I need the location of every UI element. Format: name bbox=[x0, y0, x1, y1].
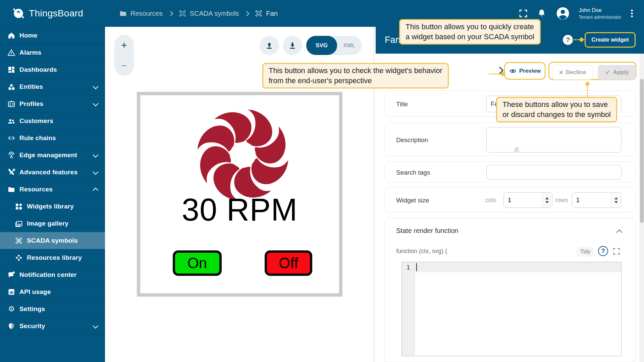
breadcrumb-resources[interactable]: Resources bbox=[119, 9, 163, 17]
user-info[interactable]: John Doe Tenant administrator bbox=[579, 7, 621, 20]
code-help-icon[interactable]: ? bbox=[598, 246, 608, 256]
sidebar-item-settings[interactable]: ⚙ Settings bbox=[0, 300, 105, 317]
sidebar-item-home[interactable]: Home bbox=[0, 27, 105, 44]
eye-icon bbox=[509, 67, 517, 75]
cols-label: cols bbox=[485, 197, 496, 204]
state-render-card: State render function function (ctx, svg… bbox=[384, 218, 635, 362]
sidebar-item-customers[interactable]: Customers bbox=[0, 112, 105, 129]
sidebar-item-notification-center[interactable]: Notification center bbox=[0, 266, 105, 283]
search-tags-card: Search tags bbox=[384, 162, 635, 182]
sidebar-item-rule-chains[interactable]: Rule chains bbox=[0, 129, 105, 146]
scada-icon bbox=[15, 237, 23, 245]
x-icon: × bbox=[559, 68, 563, 76]
zoom-out-button[interactable]: − bbox=[114, 55, 134, 76]
rows-label: rows bbox=[555, 197, 568, 204]
breadcrumb-fan[interactable]: Fan bbox=[255, 9, 277, 17]
decline-button[interactable]: × Decline bbox=[552, 65, 593, 80]
toggle-svg[interactable]: SVG bbox=[306, 36, 337, 55]
sidebar-item-profiles[interactable]: Profiles bbox=[0, 95, 105, 112]
apply-button[interactable]: ✓ Apply bbox=[598, 65, 636, 80]
breadcrumb-separator bbox=[244, 11, 250, 16]
widget-size-label: Widget size bbox=[396, 197, 429, 204]
sidebar-item-widgets-library[interactable]: Widgets library bbox=[0, 198, 105, 215]
api-chart-icon bbox=[7, 288, 15, 296]
stepper-arrows[interactable] bbox=[611, 193, 621, 207]
scrollbar-thumb[interactable] bbox=[640, 79, 644, 223]
avatar[interactable] bbox=[556, 6, 570, 20]
state-render-title: State render function bbox=[396, 227, 459, 235]
preview-highlight-ring: Preview bbox=[504, 62, 546, 80]
create-widget-button[interactable]: Create widget bbox=[585, 32, 636, 48]
brand-name: ThingsBoard bbox=[29, 8, 83, 19]
code-editor[interactable]: 1 bbox=[401, 262, 622, 356]
tooltip-create-widget: This button allows you to quickly create… bbox=[399, 19, 541, 45]
resize-grip[interactable] bbox=[515, 147, 519, 152]
text-caret bbox=[416, 263, 417, 271]
more-menu-icon[interactable] bbox=[629, 8, 635, 18]
image-icon bbox=[15, 220, 23, 228]
rpm-value: 30 RPM bbox=[140, 192, 339, 228]
sidebar: ThingsBoard Home Alarms Dashboards Entit… bbox=[0, 0, 105, 362]
breadcrumb: Resources SCADA symbols Fan bbox=[119, 0, 278, 27]
folder-icon bbox=[7, 185, 15, 193]
scada-icon bbox=[178, 9, 186, 17]
user-role: Tenant administrator bbox=[579, 14, 621, 20]
description-input[interactable] bbox=[486, 127, 622, 153]
collapse-icon[interactable] bbox=[616, 229, 622, 235]
stepper-arrows[interactable] bbox=[542, 193, 552, 207]
sidebar-item-security[interactable]: Security bbox=[0, 317, 105, 335]
sidebar-nav: Home Alarms Dashboards Entities Profiles… bbox=[0, 27, 105, 335]
sidebar-item-advanced-features[interactable]: Advanced features bbox=[0, 164, 105, 181]
upload-icon bbox=[265, 41, 274, 50]
chevron-down-icon bbox=[93, 152, 99, 158]
gear-icon: ⚙ bbox=[7, 305, 15, 313]
line-number: 1 bbox=[402, 262, 415, 272]
toggle-xml[interactable]: XML bbox=[337, 36, 362, 55]
symbol-title: Fan bbox=[385, 35, 400, 45]
sidebar-item-resources-library[interactable]: Resources library bbox=[0, 249, 105, 266]
fan-symbol bbox=[196, 108, 290, 202]
dashboards-icon bbox=[7, 66, 15, 74]
chevron-up-icon bbox=[93, 188, 99, 193]
sidebar-item-resources[interactable]: Resources bbox=[0, 181, 105, 198]
breadcrumb-separator bbox=[168, 11, 173, 16]
sidebar-item-scada-symbols[interactable]: SCADA symbols bbox=[0, 232, 105, 249]
code-fullscreen-icon[interactable] bbox=[612, 247, 621, 256]
user-name: John Doe bbox=[579, 7, 621, 13]
fan-on-button[interactable]: On bbox=[173, 250, 222, 276]
sidebar-item-entities[interactable]: Entities bbox=[0, 78, 105, 95]
zoom-in-button[interactable]: + bbox=[114, 35, 134, 55]
svg-xml-toggle: SVG XML bbox=[306, 36, 362, 55]
thingsboard-logo-icon bbox=[11, 6, 25, 20]
sidebar-item-alarms[interactable]: Alarms bbox=[0, 44, 105, 61]
decline-apply-highlight-ring: × Decline ✓ Apply bbox=[548, 62, 637, 80]
fullscreen-icon[interactable] bbox=[518, 8, 528, 18]
upload-button[interactable] bbox=[260, 36, 279, 55]
preview-button[interactable]: Preview bbox=[507, 65, 543, 77]
scada-icon bbox=[255, 9, 263, 17]
title-label: Title bbox=[396, 101, 408, 108]
breadcrumb-scada-symbols[interactable]: SCADA symbols bbox=[178, 9, 239, 17]
sidebar-item-api-usage[interactable]: API usage bbox=[0, 283, 105, 300]
search-tags-input[interactable] bbox=[486, 165, 622, 180]
app-logo[interactable]: ThingsBoard bbox=[0, 0, 105, 27]
tooltip-apply: These buttons allow you to save or disca… bbox=[496, 97, 617, 122]
zoom-control: + − bbox=[114, 35, 134, 76]
tooltip-preview: This button allows you to check the widg… bbox=[262, 63, 449, 88]
antenna-icon bbox=[7, 151, 15, 159]
people-icon bbox=[7, 117, 15, 125]
description-card: Description bbox=[384, 123, 635, 156]
sidebar-item-edge-management[interactable]: Edge management bbox=[0, 146, 105, 164]
notifications-bell-icon[interactable] bbox=[537, 8, 547, 18]
sidebar-item-dashboards[interactable]: Dashboards bbox=[0, 61, 105, 78]
tidy-button[interactable]: Tidy bbox=[576, 247, 595, 257]
cols-stepper bbox=[503, 192, 552, 208]
symbol-frame: 30 RPM On Off bbox=[137, 92, 342, 297]
rule-chain-icon bbox=[7, 134, 15, 142]
rows-stepper bbox=[572, 192, 622, 208]
shield-icon bbox=[7, 322, 15, 330]
download-button[interactable] bbox=[283, 36, 302, 55]
sidebar-item-image-gallery[interactable]: Image gallery bbox=[0, 215, 105, 232]
description-label: Description bbox=[396, 136, 428, 144]
fan-off-button[interactable]: Off bbox=[265, 250, 312, 276]
